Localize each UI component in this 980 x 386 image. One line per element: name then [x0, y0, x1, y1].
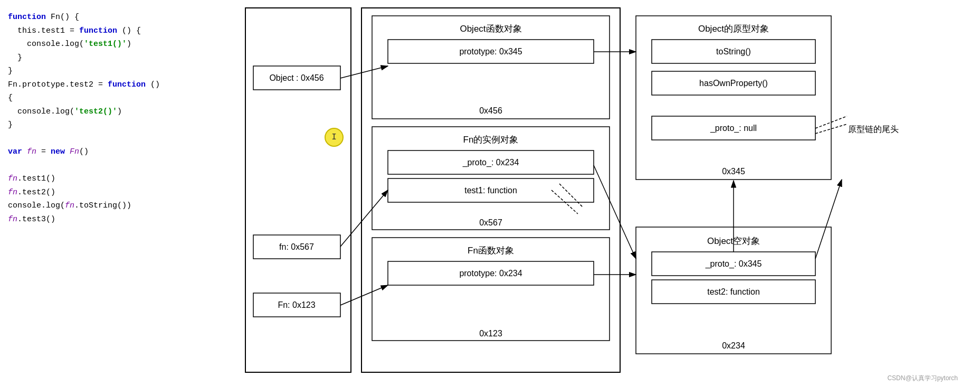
object-func-prototype: prototype: 0x345	[459, 47, 522, 56]
code-line-7: {	[8, 91, 232, 105]
object-proto-null: _proto_: null	[710, 124, 757, 133]
code-line-13: console.log(fn.toString())	[8, 199, 232, 213]
object-func-title: Object函数对象	[460, 24, 521, 34]
fn-func-title: Fn函数对象	[468, 246, 514, 256]
code-line-5: }	[8, 64, 232, 78]
cursor-indicator: I	[325, 128, 344, 147]
code-line-12: fn.test2()	[8, 186, 232, 200]
object-proto-addr: 0x345	[722, 167, 745, 176]
fn-instance-test1: test1: function	[464, 186, 517, 195]
code-line-11: fn.test1()	[8, 172, 232, 186]
code-line-8: console.log('test2()')	[8, 105, 232, 119]
object-proto-title: Object的原型对象	[698, 24, 769, 34]
code-panel: function Fn() { this.test1 = function ()…	[0, 0, 240, 386]
watermark: CSDN@认真学习pytorch	[887, 374, 958, 382]
code-line-2: this.test1 = function () {	[8, 24, 232, 38]
object-func-addr: 0x456	[479, 106, 502, 115]
code-line-1: function Fn() {	[8, 11, 232, 24]
object-empty-test2: test2: function	[707, 287, 760, 296]
fn-func-addr: 0x123	[479, 329, 502, 338]
object-empty-proto: _proto_: 0x345	[705, 259, 762, 269]
fn-instance-addr: 0x567	[479, 218, 502, 227]
fn-0x123-label: Fn: 0x123	[278, 300, 315, 309]
svg-rect-0	[245, 8, 351, 372]
fn-func-prototype: prototype: 0x234	[459, 269, 522, 278]
object-empty-addr: 0x234	[722, 341, 745, 350]
code-line-9: }	[8, 118, 232, 132]
code-line-14: fn.test3()	[8, 213, 232, 227]
fn-instance-proto: _proto_: 0x234	[462, 158, 519, 167]
code-line-3: console.log('test1()')	[8, 37, 232, 51]
code-line-4: }	[8, 51, 232, 65]
object-0x456-label: Object : 0x456	[269, 73, 324, 82]
code-line-6: Fn.prototype.test2 = function ()	[8, 78, 232, 92]
prototype-chain-end: 原型链的尾头	[848, 125, 899, 134]
object-proto-tostring: toString()	[716, 47, 751, 56]
fn-0x567-label: fn: 0x567	[279, 242, 314, 251]
fn-instance-title: Fn的实例对象	[463, 135, 519, 145]
code-line-10: var fn = new Fn()	[8, 145, 232, 159]
object-proto-hasown: hasOwnProperty()	[699, 79, 768, 88]
diagram-area: Object : 0x456 fn: 0x567 Fn: 0x123 Objec…	[240, 0, 980, 386]
